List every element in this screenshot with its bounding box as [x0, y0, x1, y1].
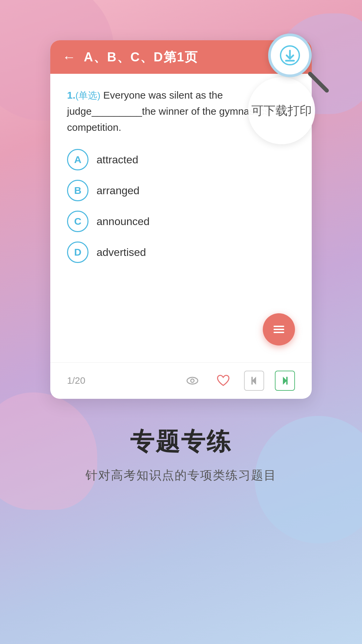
option-item-c[interactable]: Cannounced: [67, 211, 295, 232]
option-text-b: arranged: [97, 184, 139, 197]
next-button[interactable]: [275, 371, 295, 391]
bg-blob-bottom-left: [0, 392, 97, 510]
quiz-card: ← A、B、C、D第1页: [50, 40, 312, 399]
header-title: A、B、C、D第1页: [84, 49, 198, 66]
option-circle-c: C: [67, 211, 88, 232]
download-icon: [280, 45, 300, 65]
tooltip-text: 可下载打印: [251, 103, 312, 119]
menu-fab-button[interactable]: [263, 313, 295, 345]
magnifier-handle: [303, 67, 330, 94]
question-number: 1.: [67, 90, 75, 101]
prev-button[interactable]: [244, 371, 264, 391]
card-header: ← A、B、C、D第1页: [50, 40, 312, 74]
bottom-section: 专题专练 针对高考知识点的专项类练习题目: [85, 426, 277, 484]
menu-icon: [274, 326, 284, 333]
svg-line-5: [310, 74, 327, 91]
back-button[interactable]: ←: [62, 50, 76, 64]
option-item-d[interactable]: Dadvertised: [67, 241, 295, 263]
favorite-button[interactable]: [213, 371, 233, 391]
svg-point-7: [191, 379, 194, 382]
footer-actions: [182, 371, 295, 391]
options-list: AattractedBarrangedCannouncedDadvertised: [67, 149, 295, 263]
eye-button[interactable]: [182, 371, 202, 391]
bottom-subtitle: 针对高考知识点的专项类练习题目: [85, 467, 277, 484]
magnifier-container: [268, 34, 322, 87]
option-text-d: advertised: [97, 246, 146, 259]
option-text-a: attracted: [97, 154, 138, 166]
question-type: (单选): [75, 90, 101, 101]
option-item-a[interactable]: Aattracted: [67, 149, 295, 170]
option-text-c: announced: [97, 215, 149, 228]
header-left: ← A、B、C、D第1页: [62, 49, 198, 66]
option-circle-a: A: [67, 149, 88, 170]
svg-point-6: [187, 377, 198, 384]
page-count: 1/20: [67, 375, 85, 386]
option-circle-b: B: [67, 180, 88, 201]
svg-rect-9: [251, 377, 253, 385]
bottom-title: 专题专练: [85, 426, 277, 458]
svg-rect-11: [286, 377, 288, 385]
option-circle-d: D: [67, 241, 88, 263]
card-footer: 1/20: [50, 362, 312, 399]
option-item-b[interactable]: Barranged: [67, 180, 295, 201]
